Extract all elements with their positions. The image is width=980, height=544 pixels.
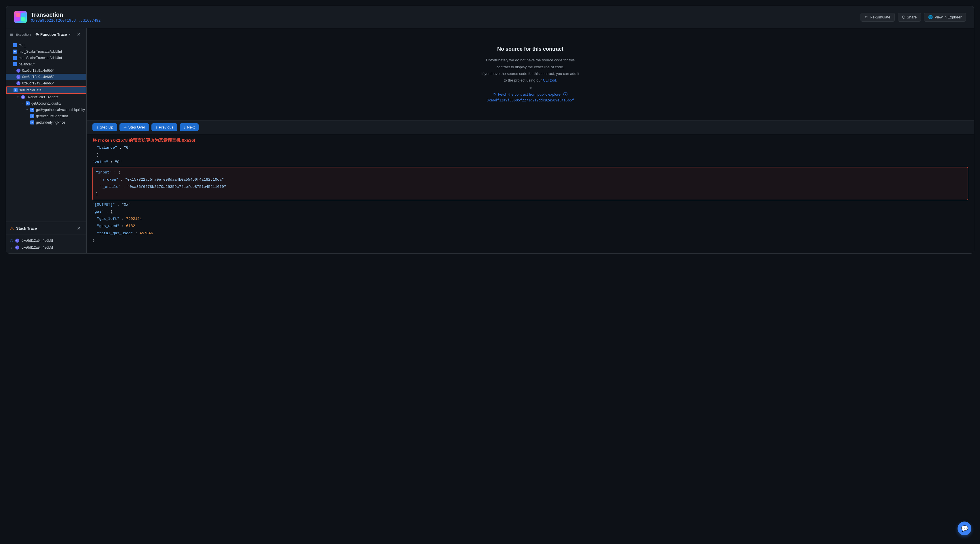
step-over-button[interactable]: ⇒ Step Over [119, 123, 149, 131]
no-source-line2: contract to display the exact line of co… [496, 65, 564, 69]
circle-icon [10, 239, 13, 242]
addr-icon: ⬡ [15, 246, 19, 249]
tree-item-label: getAccountSnapshot [36, 114, 68, 118]
next-icon: ↓ [184, 125, 186, 129]
tree-item-label: mul_ScalarTruncateAddUInt [19, 56, 62, 60]
share-icon: ⬡ [902, 15, 905, 19]
addr-icon: ⬡ [16, 81, 21, 85]
tree-item-addr-1[interactable]: ⬡ 0xe6df12a9...4e6b5f [6, 67, 86, 74]
step-over-icon: ⇒ [124, 125, 127, 129]
tree-item-get-hypo-liquidity[interactable]: ▿ + getHypotheticalAccountLiquidity [6, 107, 86, 113]
tree-item-mul[interactable]: + mul_ [6, 42, 86, 48]
view-explorer-label: View in Explorer [934, 15, 962, 19]
code-line-output: "[OUTPUT]" : "0x" [92, 201, 968, 209]
fetch-link[interactable]: ↻ Fetch the contract from public explore… [493, 92, 568, 97]
func-icon: + [13, 62, 17, 66]
code-line-oracle: "_oracle" : "0xa36f6f78b2170a29359c74cef… [96, 183, 965, 191]
code-line-value: "value" : "0" [92, 159, 968, 166]
tx-hash: 0x93a9b022df260f1953...d1687492 [31, 18, 101, 22]
toolbar: ↑ Step Up ⇒ Step Over ↑ Previous ↓ Next [87, 120, 974, 134]
func-icon: + [14, 88, 18, 92]
sidebar-top: ☰ Execution ◎ Function Trace ▾ ✕ + mul_ [6, 28, 86, 222]
stack-trace-body: ⬡ 0xe6df12a9...4e6b5f ↳ ⬡ 0xe6df12a9...4… [6, 235, 86, 253]
code-line-rtoken: "rToken" : "0x157822ac5fa0efe98daa4b0a55… [96, 176, 965, 183]
resimulate-label: Re-Simulate [870, 15, 891, 19]
tree-item-label: 0xe6df12a9...4e6b5f [22, 69, 54, 73]
no-source-panel: No source for this contract Unfortunatel… [87, 28, 974, 120]
share-button[interactable]: ⬡ Share [898, 13, 921, 22]
tree-item-label: getHypotheticalAccountLiquidity [36, 108, 85, 112]
addr-icon: ⬡ [15, 239, 19, 242]
func-icon: + [30, 120, 34, 124]
expand-icon: ▿ [16, 96, 19, 99]
header: Transaction 0x93a9b022df260f1953...d1687… [6, 6, 974, 28]
step-up-button[interactable]: ↑ Step Up [92, 123, 117, 131]
step-over-label: Step Over [128, 125, 145, 129]
svg-rect-3 [21, 17, 25, 21]
no-source-text: Unfortunately we do not have the source … [481, 57, 579, 84]
function-trace-icon: ◎ [35, 32, 38, 37]
tree-item-label: getUnderlyingPrice [36, 120, 65, 124]
code-line-total-gas: "total_gas_used" : 457846 [92, 230, 968, 237]
cli-tool-link[interactable]: CLI tool [543, 78, 556, 82]
tree-item-label: setOracleData [19, 88, 41, 92]
tree-item-get-account-liquidity[interactable]: ▿ + getAccountLiquidity [6, 100, 86, 107]
code-line-close1: } [92, 152, 968, 159]
function-trace-label: Function Trace [40, 32, 67, 37]
previous-button[interactable]: ↑ Previous [151, 123, 177, 131]
chat-button[interactable]: 💬 [958, 522, 971, 535]
main-layout: ☰ Execution ◎ Function Trace ▾ ✕ + mul_ [6, 28, 974, 253]
tree-item-balance-of[interactable]: + balanceOf [6, 61, 86, 67]
sidebar-header-left: ☰ Execution [10, 33, 31, 37]
sidebar: ☰ Execution ◎ Function Trace ▾ ✕ + mul_ [6, 28, 87, 253]
tree-item-addr-3[interactable]: ⬡ 0xe6df12a9...4e6b5f [6, 80, 86, 86]
tree-item-label: balanceOf [19, 62, 35, 66]
globe-icon: 🌐 [928, 15, 933, 19]
execution-label: Execution [16, 33, 31, 37]
svg-rect-2 [16, 17, 20, 21]
contract-address: 0xe6df12a9f33605f2271d2a2ddc92e509e54e6b… [487, 98, 574, 102]
addr-icon: ⬡ [16, 69, 21, 73]
main-content: No source for this contract Unfortunatel… [87, 28, 974, 253]
addr-icon: ⬡ [16, 75, 21, 79]
next-button[interactable]: ↓ Next [180, 123, 199, 131]
tree-item-mul-scalar-1[interactable]: + mul_ScalarTruncateAddUInt [6, 48, 86, 55]
chevron-down-icon: ▾ [69, 33, 70, 36]
tree-item-set-oracle-data[interactable]: + setOracleData [6, 86, 86, 94]
tree-item-get-underlying-price[interactable]: + getUnderlyingPrice [6, 119, 86, 126]
tx-info: Transaction 0x93a9b022df260f1953...d1687… [31, 11, 101, 22]
sidebar-header: ☰ Execution ◎ Function Trace ▾ ✕ [6, 28, 86, 41]
code-line-gas-open: "gas" : { [92, 208, 968, 215]
function-tree: + mul_ + mul_ScalarTruncateAddUInt + mul… [6, 41, 86, 127]
stack-item-2: ↳ ⬡ 0xe6df12a9...4e6b5f [6, 244, 86, 251]
header-actions: ⟳ Re-Simulate ⬡ Share 🌐 View in Explorer [861, 13, 966, 22]
expand-icon: ▿ [21, 102, 24, 105]
no-source-title: No source for this contract [497, 46, 563, 52]
input-highlight-box: "input" : { "rToken" : "0x157822ac5fa0ef… [92, 167, 968, 200]
stack-trace-close-button[interactable]: ✕ [75, 225, 82, 232]
next-label: Next [187, 125, 195, 129]
func-icon: + [13, 43, 17, 47]
app-container: Transaction 0x93a9b022df260f1953...d1687… [6, 6, 974, 254]
tree-item-addr-2[interactable]: ⬡ 0xe6df12a9...4e6b5f [6, 74, 86, 80]
code-line-balance: "balance" : "0" [92, 144, 968, 152]
attack-label: 将 rToken 0x1578 的预言机更改为恶意预言机 0xa36f [87, 134, 974, 143]
code-line-close-gas: } [92, 237, 968, 244]
tree-item-mul-scalar-2[interactable]: + mul_ScalarTruncateAddUInt [6, 55, 86, 61]
func-icon: + [13, 56, 17, 60]
sidebar-close-button[interactable]: ✕ [75, 31, 82, 38]
stack-trace-header: ⚠ Stack Trace ✕ [6, 222, 86, 235]
tree-item-addr-under-oracle[interactable]: ▿ ⬡ 0xe6df12a9...4e6b5f [6, 94, 86, 100]
code-line-input-open: "input" : { [96, 169, 965, 176]
info-icon: i [563, 92, 568, 96]
tree-item-label: getAccountLiquidity [31, 101, 61, 105]
stack-item-1: ⬡ 0xe6df12a9...4e6b5f [6, 237, 86, 244]
sidebar-header-title: ◎ Function Trace ▾ [35, 32, 70, 37]
stack-item-label: 0xe6df12a9...4e6b5f [22, 246, 53, 249]
resimulate-button[interactable]: ⟳ Re-Simulate [861, 13, 895, 22]
prev-icon: ↑ [156, 125, 158, 129]
no-source-line4: to the project using our [504, 78, 542, 82]
code-panel: "balance" : "0" } "value" : "0" "input" … [87, 143, 974, 250]
tree-item-get-account-snapshot[interactable]: + getAccountSnapshot [6, 113, 86, 119]
view-explorer-button[interactable]: 🌐 View in Explorer [924, 13, 966, 22]
